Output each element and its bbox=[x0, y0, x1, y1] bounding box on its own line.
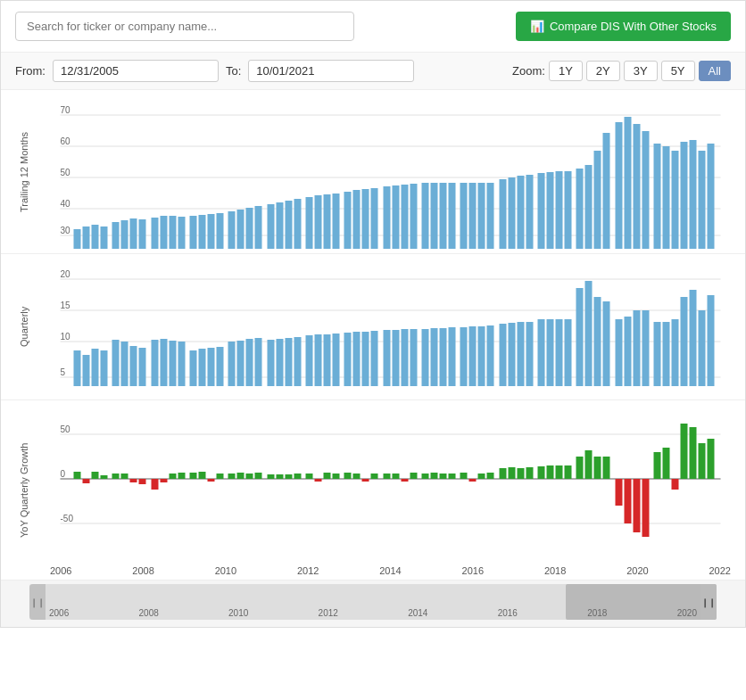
svg-text:40: 40 bbox=[61, 199, 71, 209]
svg-rect-194 bbox=[410, 473, 418, 479]
svg-rect-62 bbox=[576, 169, 584, 249]
svg-rect-167 bbox=[152, 479, 159, 490]
svg-rect-210 bbox=[565, 465, 572, 479]
svg-rect-181 bbox=[286, 474, 293, 479]
svg-rect-88 bbox=[101, 350, 108, 386]
svg-rect-221 bbox=[672, 479, 679, 490]
svg-rect-26 bbox=[228, 211, 236, 249]
svg-rect-106 bbox=[277, 339, 284, 386]
svg-rect-169 bbox=[170, 474, 177, 479]
svg-rect-96 bbox=[178, 342, 186, 386]
svg-rect-171 bbox=[190, 473, 197, 479]
svg-rect-35 bbox=[315, 195, 322, 249]
to-date-input[interactable] bbox=[248, 60, 414, 82]
svg-rect-197 bbox=[440, 474, 447, 479]
svg-rect-108 bbox=[294, 337, 302, 386]
svg-rect-30 bbox=[268, 204, 275, 249]
trailing-y-label: Trailing 12 Months bbox=[1, 90, 50, 253]
svg-rect-166 bbox=[139, 479, 146, 484]
svg-rect-174 bbox=[217, 474, 224, 479]
svg-text:30: 30 bbox=[61, 226, 71, 235]
svg-rect-195 bbox=[422, 474, 429, 479]
zoom-2y[interactable]: 2Y bbox=[586, 61, 620, 81]
zoom-5y[interactable]: 5Y bbox=[661, 61, 695, 81]
from-date-input[interactable] bbox=[53, 60, 219, 82]
compare-button-label: Compare DIS With Other Stocks bbox=[550, 20, 717, 33]
svg-rect-63 bbox=[585, 165, 593, 249]
svg-rect-124 bbox=[449, 327, 456, 386]
svg-rect-75 bbox=[699, 151, 706, 249]
svg-text:20: 20 bbox=[61, 269, 71, 279]
svg-rect-199 bbox=[460, 473, 468, 479]
svg-rect-198 bbox=[449, 474, 456, 479]
svg-rect-184 bbox=[315, 479, 322, 482]
svg-rect-178 bbox=[255, 473, 262, 479]
svg-rect-112 bbox=[333, 334, 340, 386]
svg-rect-212 bbox=[585, 450, 593, 479]
zoom-label: Zoom: bbox=[512, 64, 545, 78]
svg-rect-58 bbox=[538, 173, 545, 249]
svg-rect-74 bbox=[690, 140, 697, 249]
svg-rect-53 bbox=[487, 183, 494, 249]
svg-rect-135 bbox=[556, 319, 563, 386]
svg-rect-92 bbox=[139, 348, 146, 386]
svg-rect-132 bbox=[526, 322, 534, 386]
svg-rect-137 bbox=[576, 288, 584, 386]
svg-rect-51 bbox=[469, 183, 477, 249]
svg-text:-50: -50 bbox=[61, 514, 74, 523]
svg-rect-220 bbox=[663, 448, 670, 479]
search-input[interactable] bbox=[15, 12, 354, 41]
svg-rect-16 bbox=[130, 218, 137, 249]
svg-rect-25 bbox=[217, 213, 224, 249]
svg-rect-208 bbox=[547, 465, 554, 479]
svg-text:50: 50 bbox=[61, 168, 71, 177]
svg-rect-190 bbox=[371, 474, 378, 479]
svg-rect-109 bbox=[306, 335, 313, 386]
svg-rect-129 bbox=[500, 324, 507, 386]
trailing-chart-section: Trailing 12 Months 70 60 50 40 30 bbox=[1, 90, 745, 254]
svg-rect-36 bbox=[324, 194, 331, 249]
svg-rect-115 bbox=[362, 332, 369, 386]
scrollbar-right-handle[interactable]: ❙❙ bbox=[700, 584, 717, 620]
svg-rect-225 bbox=[708, 439, 715, 479]
compare-button[interactable]: 📊 Compare DIS With Other Stocks bbox=[516, 12, 731, 41]
svg-rect-100 bbox=[217, 347, 224, 386]
svg-rect-182 bbox=[294, 474, 302, 479]
svg-rect-28 bbox=[246, 208, 253, 249]
svg-rect-203 bbox=[500, 468, 507, 479]
svg-rect-189 bbox=[362, 479, 369, 482]
zoom-3y[interactable]: 3Y bbox=[624, 61, 658, 81]
svg-text:5: 5 bbox=[61, 367, 66, 377]
zoom-1y[interactable]: 1Y bbox=[549, 61, 583, 81]
svg-rect-93 bbox=[152, 340, 159, 386]
svg-rect-33 bbox=[294, 199, 302, 249]
scrollbar[interactable]: ❙❙ 2006 2008 2010 2012 2014 2016 2018 20… bbox=[29, 584, 717, 620]
zoom-all[interactable]: All bbox=[699, 61, 731, 81]
svg-rect-12 bbox=[92, 225, 99, 249]
trailing-chart: 70 60 50 40 30 bbox=[50, 97, 731, 253]
svg-rect-111 bbox=[324, 334, 331, 386]
svg-rect-209 bbox=[556, 465, 563, 479]
svg-rect-147 bbox=[672, 319, 679, 386]
scrollbar-track: 2006 2008 2010 2012 2014 2016 2018 2020 bbox=[29, 584, 717, 620]
svg-rect-55 bbox=[509, 177, 516, 249]
svg-text:50: 50 bbox=[61, 424, 71, 434]
svg-text:60: 60 bbox=[61, 136, 71, 146]
svg-rect-128 bbox=[487, 325, 494, 386]
svg-rect-179 bbox=[268, 474, 275, 479]
svg-text:15: 15 bbox=[61, 301, 71, 310]
svg-rect-29 bbox=[255, 206, 262, 249]
svg-rect-72 bbox=[672, 151, 679, 249]
svg-rect-21 bbox=[178, 217, 186, 249]
svg-rect-86 bbox=[83, 355, 90, 386]
svg-rect-118 bbox=[393, 330, 400, 386]
svg-rect-11 bbox=[83, 226, 90, 249]
svg-rect-141 bbox=[616, 319, 623, 386]
svg-rect-123 bbox=[440, 328, 447, 386]
svg-rect-192 bbox=[393, 474, 400, 479]
svg-rect-56 bbox=[518, 176, 525, 249]
svg-rect-54 bbox=[500, 179, 507, 249]
svg-rect-40 bbox=[362, 189, 369, 249]
svg-rect-122 bbox=[431, 328, 438, 386]
svg-rect-34 bbox=[306, 197, 313, 249]
